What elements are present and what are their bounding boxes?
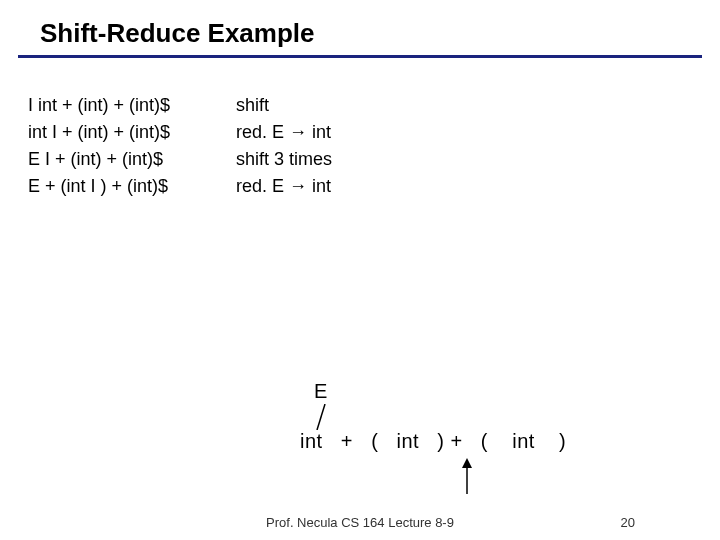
svg-line-0: [317, 404, 325, 430]
page-number: 20: [621, 515, 635, 530]
tree-tokens: int + ( int ) + ( int ): [300, 430, 566, 453]
derivation-row: E I + (int) + (int)$ shift 3 times: [28, 146, 720, 173]
derivation-row: I int + (int) + (int)$ shift: [28, 92, 720, 119]
config-1: int I + (int) + (int)$: [28, 119, 236, 146]
action-0: shift: [236, 92, 269, 119]
footer-credit: Prof. Necula CS 164 Lecture 8-9: [266, 515, 454, 530]
config-0: I int + (int) + (int)$: [28, 92, 236, 119]
derivation-table: I int + (int) + (int)$ shift int I + (in…: [28, 92, 720, 200]
tree-edge: [314, 404, 328, 430]
action-2: shift 3 times: [236, 146, 332, 173]
derivation-row: E + (int I ) + (int)$ red. E → int: [28, 173, 720, 200]
action-3: red. E → int: [236, 173, 331, 200]
tree-node-E: E: [314, 380, 327, 403]
slide-title: Shift-Reduce Example: [0, 0, 720, 55]
derivation-row: int I + (int) + (int)$ red. E → int: [28, 119, 720, 146]
cursor-arrow-icon: [460, 458, 474, 494]
action-1: red. E → int: [236, 119, 331, 146]
config-3: E + (int I ) + (int)$: [28, 173, 236, 200]
config-2: E I + (int) + (int)$: [28, 146, 236, 173]
parse-tree: E int + ( int ) + ( int ): [300, 380, 710, 500]
svg-marker-2: [462, 458, 472, 468]
title-rule: [18, 55, 702, 58]
